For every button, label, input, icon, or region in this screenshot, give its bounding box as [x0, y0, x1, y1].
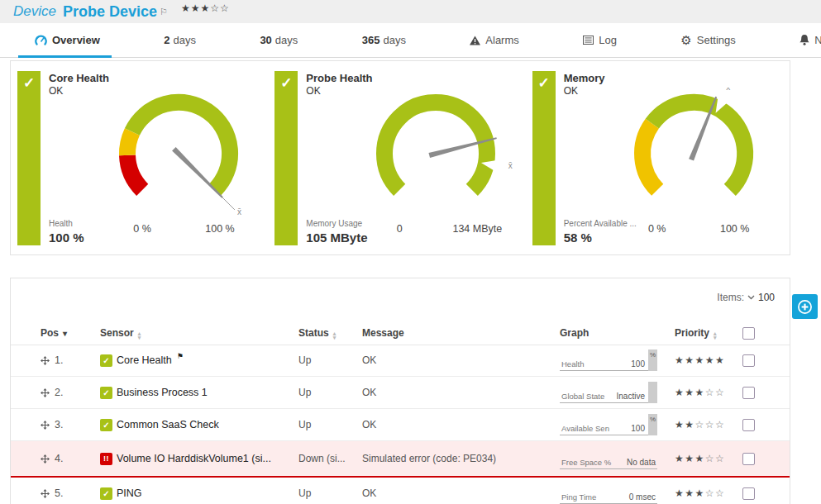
select-all-checkbox[interactable] — [742, 327, 755, 340]
sort-icon: ▴▾ — [138, 331, 141, 340]
message-cell: OK — [362, 387, 560, 398]
gauge-chart: x̄ 0 134 MByte — [353, 88, 518, 246]
tab-alarms[interactable]: Alarms — [466, 23, 522, 57]
gauge-card-probe-health[interactable]: ✓ Probe Health OK x̄ 0 134 MByte Memory … — [274, 71, 532, 246]
tab-settings[interactable]: ⚙ Settings — [677, 23, 738, 57]
drag-handle-icon[interactable] — [41, 421, 50, 430]
tab-log[interactable]: Log — [580, 23, 620, 57]
graph-unit-strip: % — [648, 349, 657, 371]
position-cell: 4. — [41, 453, 100, 464]
gauge-scale-min: 0 % — [133, 223, 151, 235]
sensor-link[interactable]: PING — [117, 487, 142, 499]
priority-stars[interactable]: ★★☆☆☆ — [675, 419, 742, 430]
sensor-ok-icon: ✓ — [100, 487, 112, 500]
message-cell: OK — [362, 487, 560, 499]
plus-circle-icon — [797, 299, 813, 315]
check-icon: ✓ — [17, 74, 41, 92]
svg-text:x̄: x̄ — [726, 88, 730, 92]
column-header-message[interactable]: Message — [362, 327, 560, 339]
position-cell: 3. — [41, 419, 100, 430]
sensor-link[interactable]: Common SaaS Check — [117, 419, 219, 430]
bell-icon — [800, 35, 809, 45]
table-row[interactable]: 2. ✓ Business Process 1 Up OK Global Sta… — [11, 377, 790, 409]
gauge-scale-min: 0 — [397, 223, 403, 235]
status-cell: Up — [298, 387, 362, 398]
checkbox-cell — [742, 387, 776, 399]
table-body: 1. ✓ Core Health ⚑ Up OK Health 100 % ★★… — [11, 345, 790, 504]
table-row[interactable]: 5. ✓ PING Up OK Ping Time 0 msec ★★★☆☆ — [11, 478, 790, 504]
device-priority-stars[interactable]: ★★★☆☆ — [181, 2, 230, 14]
tab-notifications[interactable]: Notifications — [796, 23, 821, 57]
star-filled-icon: ★ — [695, 453, 705, 464]
column-header-sensor[interactable]: Sensor ▴▾ — [100, 326, 298, 340]
row-checkbox[interactable] — [742, 354, 755, 367]
table-row[interactable]: 4. !! Volume IO HarddiskVolume1 (si... D… — [11, 441, 790, 478]
gauge-card-core-health[interactable]: ✓ Core Health OK x̄ 0 % 100 % Health 100… — [17, 71, 274, 246]
items-label: Items: — [717, 292, 744, 303]
graph-cell: Health 100 % — [560, 349, 675, 371]
sensor-link[interactable]: Volume IO HarddiskVolume1 (si... — [117, 453, 271, 464]
star-empty-icon: ☆ — [715, 387, 725, 398]
priority-stars[interactable]: ★★★☆☆ — [675, 487, 742, 499]
sensor-cell[interactable]: ✓ PING — [100, 487, 298, 500]
gauge-status: OK — [564, 85, 578, 97]
row-checkbox[interactable] — [742, 487, 755, 500]
gauge-title: Probe Health — [306, 72, 372, 84]
tab-days[interactable]: 2 days — [160, 23, 199, 57]
priority-stars[interactable]: ★★★☆☆ — [675, 387, 742, 398]
gauge-card-memory[interactable]: ✓ Memory OK x̄ 0 % 100 % Percent Availab… — [532, 71, 790, 246]
gauge-scale-max: 134 MByte — [452, 223, 502, 235]
status-bar: ✓ — [17, 71, 41, 245]
column-header-graph[interactable]: Graph — [560, 327, 675, 339]
add-sensor-button[interactable] — [792, 294, 818, 319]
log-icon — [583, 36, 594, 45]
drag-handle-icon[interactable] — [41, 454, 50, 464]
graph-unit-strip: % — [648, 414, 657, 435]
column-header-pos[interactable]: Pos ▾ — [41, 327, 100, 339]
sensor-cell[interactable]: ✓ Core Health ⚑ — [100, 354, 298, 367]
star-empty-icon: ☆ — [705, 453, 715, 464]
sensor-link[interactable]: Business Process 1 — [117, 387, 208, 398]
star-filled-icon: ★ — [715, 354, 725, 366]
row-checkbox[interactable] — [742, 453, 755, 465]
column-header-priority[interactable]: Priority ▴▾ — [675, 326, 742, 340]
table-row[interactable]: 3. ✓ Common SaaS Check Up OK Available S… — [11, 409, 790, 441]
tab-overview[interactable]: Overview — [31, 23, 103, 57]
star-filled-icon: ★ — [695, 354, 705, 366]
gauge-channel-value: 58 % — [564, 231, 592, 245]
gauges-panel: ✓ Core Health OK x̄ 0 % 100 % Health 100… — [10, 60, 790, 255]
status-bar: ✓ — [274, 71, 298, 245]
items-per-page-select[interactable]: Items: 100 — [717, 292, 775, 303]
flag-icon: ⚑ — [177, 352, 184, 360]
drag-handle-icon[interactable] — [41, 388, 50, 397]
status-cell: Up — [298, 354, 362, 366]
sensor-cell[interactable]: ✓ Business Process 1 — [100, 387, 298, 399]
row-checkbox[interactable] — [742, 419, 755, 431]
row-checkbox[interactable] — [742, 387, 755, 399]
drag-handle-icon[interactable] — [41, 489, 50, 498]
star-empty-icon: ☆ — [715, 453, 725, 464]
star-empty-icon: ☆ — [210, 2, 220, 14]
sensor-cell[interactable]: !! Volume IO HarddiskVolume1 (si... — [100, 453, 298, 465]
sensor-cell[interactable]: ✓ Common SaaS Check — [100, 419, 298, 431]
star-filled-icon: ★ — [685, 419, 695, 430]
flag-icon: ⚐ — [160, 7, 168, 17]
star-filled-icon: ★ — [675, 419, 685, 430]
priority-stars[interactable]: ★★★★★ — [675, 354, 742, 366]
check-icon: ✓ — [274, 74, 298, 92]
star-filled-icon: ★ — [675, 354, 685, 366]
column-header-status[interactable]: Status ▴▾ — [298, 326, 362, 340]
sensor-link[interactable]: Core Health — [117, 354, 172, 366]
sensor-ok-icon: ✓ — [100, 419, 112, 431]
message-cell: OK — [362, 419, 560, 430]
priority-stars[interactable]: ★★★☆☆ — [675, 453, 742, 464]
table-row[interactable]: 1. ✓ Core Health ⚑ Up OK Health 100 % ★★… — [11, 345, 790, 377]
drag-handle-icon[interactable] — [41, 356, 50, 365]
sensor-error-icon: !! — [100, 453, 112, 465]
sort-desc-icon: ▾ — [63, 329, 67, 338]
sort-icon: ▴▾ — [714, 331, 717, 340]
position-cell: 5. — [41, 487, 100, 499]
tab-days[interactable]: 30 days — [256, 23, 301, 57]
tab-days[interactable]: 365 days — [359, 23, 409, 57]
status-cell: Up — [298, 419, 362, 430]
